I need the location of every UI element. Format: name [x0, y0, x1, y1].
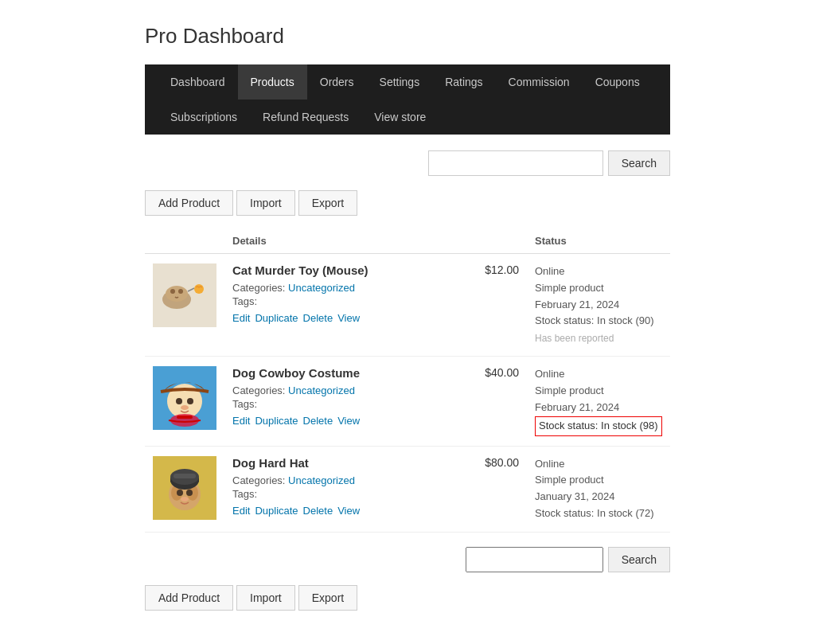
product-price: $40.00: [485, 366, 519, 379]
nav-orders[interactable]: Orders: [307, 64, 367, 100]
top-action-bar: Add Product Import Export: [145, 190, 670, 216]
duplicate-link[interactable]: Duplicate: [255, 415, 298, 427]
table-header-row: Details Status: [145, 228, 670, 254]
product-image-cell: [145, 446, 224, 532]
bottom-search-input[interactable]: [466, 547, 603, 572]
svg-point-22: [181, 497, 189, 502]
nav-view-store[interactable]: View store: [361, 100, 439, 135]
product-price-cell: $80.00: [463, 446, 527, 532]
svg-point-4: [178, 289, 183, 294]
nav-coupons[interactable]: Coupons: [583, 64, 653, 100]
col-details: Details: [224, 228, 463, 254]
table-row: Cat Murder Toy (Mouse) Categories: Uncat…: [145, 254, 670, 357]
edit-link[interactable]: Edit: [232, 505, 250, 517]
bottom-export-button[interactable]: Export: [298, 585, 357, 611]
stock-status: Stock status: In stock (72): [535, 507, 654, 519]
product-categories: Categories: Uncategorized: [232, 474, 455, 486]
product-tags: Tags:: [232, 488, 455, 500]
col-status: Status: [527, 228, 670, 254]
status-online: Online: [535, 263, 662, 280]
bottom-action-bar: Add Product Import Export: [145, 585, 670, 611]
stock-status: Stock status: In stock (90): [535, 314, 654, 326]
product-name: Cat Murder Toy (Mouse): [232, 263, 455, 277]
category-link[interactable]: Uncategorized: [288, 282, 355, 294]
product-categories: Categories: Uncategorized: [232, 282, 455, 294]
svg-point-21: [186, 490, 193, 496]
product-action-links: Edit Duplicate Delete View: [232, 415, 455, 427]
product-status-cell: Online Simple product February 21, 2024 …: [527, 357, 670, 446]
duplicate-link[interactable]: Duplicate: [255, 505, 298, 517]
nav-row-1: Dashboard Products Orders Settings Ratin…: [158, 64, 657, 100]
product-tags: Tags:: [232, 295, 455, 307]
nav-subscriptions[interactable]: Subscriptions: [158, 100, 250, 135]
category-link[interactable]: Uncategorized: [288, 474, 355, 486]
bottom-add-product-button[interactable]: Add Product: [145, 585, 233, 611]
nav-row-2: Subscriptions Refund Requests View store: [158, 100, 657, 135]
svg-rect-26: [174, 474, 196, 478]
reported-badge: Has been reported: [535, 331, 662, 346]
product-image-cell: [145, 254, 224, 357]
svg-point-14: [181, 405, 189, 410]
col-image: [145, 228, 224, 254]
top-search-button[interactable]: Search: [608, 150, 670, 176]
view-link[interactable]: View: [337, 415, 360, 427]
product-image-cell: [145, 357, 224, 446]
nav-refund-requests[interactable]: Refund Requests: [250, 100, 361, 135]
view-link[interactable]: View: [337, 312, 360, 324]
edit-link[interactable]: Edit: [232, 415, 250, 427]
page-title: Pro Dashboard: [145, 24, 670, 49]
svg-point-3: [170, 289, 175, 294]
products-table: Details Status Cat Murder Toy (Mouse) Ca…: [145, 228, 670, 533]
product-price-cell: $12.00: [463, 254, 527, 357]
status-online: Online: [535, 366, 662, 383]
delete-link[interactable]: Delete: [303, 415, 333, 427]
status-type: Simple product: [535, 472, 662, 489]
product-name: Dog Cowboy Costume: [232, 366, 455, 380]
nav-ratings[interactable]: Ratings: [432, 64, 495, 100]
product-action-links: Edit Duplicate Delete View: [232, 505, 455, 517]
status-date: February 21, 2024: [535, 297, 662, 314]
col-price: [463, 228, 527, 254]
bottom-search-button[interactable]: Search: [608, 547, 670, 572]
nav-products[interactable]: Products: [238, 64, 307, 100]
status-online: Online: [535, 456, 662, 473]
svg-point-5: [194, 284, 204, 294]
category-link[interactable]: Uncategorized: [288, 384, 355, 396]
duplicate-link[interactable]: Duplicate: [255, 312, 298, 324]
product-details-cell: Cat Murder Toy (Mouse) Categories: Uncat…: [224, 254, 463, 357]
edit-link[interactable]: Edit: [232, 312, 250, 324]
delete-link[interactable]: Delete: [303, 312, 333, 324]
status-date: January 31, 2024: [535, 489, 662, 505]
svg-rect-15: [177, 416, 193, 419]
product-name: Dog Hard Hat: [232, 456, 455, 470]
svg-point-2: [166, 286, 188, 302]
product-status-cell: Online Simple product February 21, 2024 …: [527, 254, 670, 357]
nav-bar: Dashboard Products Orders Settings Ratin…: [145, 64, 670, 135]
product-details-cell: Dog Hard Hat Categories: Uncategorized T…: [224, 446, 463, 532]
top-search-input[interactable]: [428, 150, 603, 176]
product-categories: Categories: Uncategorized: [232, 384, 455, 396]
product-details-cell: Dog Cowboy Costume Categories: Uncategor…: [224, 357, 463, 446]
bottom-search-bar: Search: [145, 547, 670, 572]
product-price-cell: $40.00: [463, 357, 527, 446]
product-action-links: Edit Duplicate Delete View: [232, 312, 455, 324]
product-status-cell: Online Simple product January 31, 2024 S…: [527, 446, 670, 532]
top-add-product-button[interactable]: Add Product: [145, 190, 233, 216]
nav-settings[interactable]: Settings: [367, 64, 433, 100]
bottom-import-button[interactable]: Import: [236, 585, 295, 611]
stock-status-wrapper: Stock status: In stock (72): [535, 505, 662, 522]
status-type: Simple product: [535, 280, 662, 297]
top-import-button[interactable]: Import: [236, 190, 295, 216]
status-type: Simple product: [535, 383, 662, 400]
table-row: Dog Cowboy Costume Categories: Uncategor…: [145, 357, 670, 446]
svg-point-12: [176, 398, 182, 404]
svg-point-13: [187, 398, 193, 404]
top-export-button[interactable]: Export: [298, 190, 357, 216]
status-date: February 21, 2024: [535, 400, 662, 416]
nav-dashboard[interactable]: Dashboard: [158, 64, 238, 100]
nav-commission[interactable]: Commission: [496, 64, 583, 100]
product-tags: Tags:: [232, 398, 455, 410]
delete-link[interactable]: Delete: [303, 505, 333, 517]
view-link[interactable]: View: [337, 505, 360, 517]
stock-status-wrapper: Stock status: In stock (98): [535, 416, 662, 436]
